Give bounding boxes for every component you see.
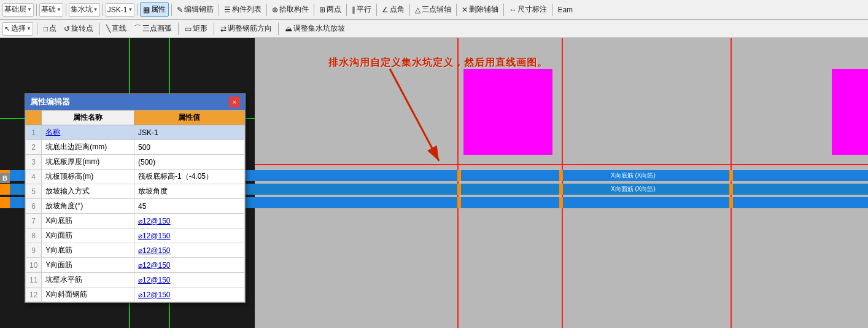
sep14	[552, 4, 552, 16]
prop-row-name-1[interactable]: 名称	[42, 125, 134, 140]
canvas-orange-3b	[559, 197, 563, 208]
toolbar-xuanzhuandian[interactable]: ↺ 旋转点	[61, 22, 96, 35]
jichu-label: 基础	[41, 4, 56, 15]
bianjijingjin-icon: ✎	[177, 6, 183, 14]
band-label-1: X向底筋 (X向筋)	[611, 171, 656, 180]
shanchufuzhou-icon: ✕	[462, 6, 468, 14]
toolbar-jichuceng[interactable]: 基础层 ▼	[2, 3, 34, 17]
svg-line-1	[390, 69, 439, 161]
property-editor-title: 属性编辑器	[30, 96, 70, 107]
toolbar-sanzhufu[interactable]: △ 三点辅轴	[413, 3, 454, 16]
prop-row-value-8[interactable]: ⌀12@150	[134, 228, 244, 243]
prop-row-num-6: 6	[26, 199, 42, 214]
toolbar-zhixian[interactable]: ╲ 直线	[104, 22, 129, 35]
toolbar-sandianhuahu[interactable]: ⌒ 三点画弧	[131, 22, 174, 35]
prop-row-name-11: 坑壁水平筋	[42, 273, 134, 287]
danjiao-icon: ∠	[382, 6, 389, 14]
toolbar-jichu[interactable]: 基础 ▼	[39, 3, 63, 17]
sep3	[103, 4, 103, 16]
toolbar-jsk1[interactable]: JSK-1 ▼	[106, 3, 135, 17]
toolbar-shuxing[interactable]: ▦ 属性	[140, 2, 169, 17]
juxing-label: 矩形	[193, 23, 207, 34]
canvas-orange-3a	[457, 197, 461, 208]
sub-sep1	[37, 23, 37, 35]
toolbar-shanchufuzhou[interactable]: ✕ 删除辅轴	[459, 3, 501, 16]
prop-row-value-3: (500)	[134, 155, 244, 170]
toolbar-dian[interactable]: □ 点	[41, 22, 59, 35]
chicunbiaozhu-label: 尺寸标注	[517, 4, 547, 15]
prop-row-name-7: X向底筋	[42, 214, 134, 228]
toolbar-pinghang[interactable]: ∥ 平行	[349, 3, 374, 16]
col-header-name: 属性名称	[42, 111, 134, 125]
canvas-orange-1b	[559, 170, 563, 181]
red-hline-1	[255, 164, 868, 165]
sub-toolbar: ↖ 选择 ▼ □ 点 ↺ 旋转点 ╲ 直线 ⌒ 三点画弧 ▭ 矩形 ⇄ 调整钢筋…	[0, 20, 868, 38]
toolbar-goujianliebiao[interactable]: ☰ 构件列表	[222, 3, 264, 16]
col-header-value: 属性值	[134, 111, 244, 125]
toolbar-jishuikeng[interactable]: 集水坑 ▼	[69, 3, 100, 17]
prop-row-name-12: X向斜面钢筋	[42, 287, 134, 302]
liangtdian-icon: ⊞	[319, 6, 325, 14]
property-row-6: 6放坡角度(°)45	[26, 199, 245, 214]
sub-sep4	[214, 23, 214, 35]
xuanzhuandian-label: 旋转点	[71, 23, 93, 34]
prop-row-value-12[interactable]: ⌀12@150	[134, 287, 244, 302]
prop-row-num-11: 11	[26, 273, 42, 287]
prop-row-name-4: 坑板顶标高(m)	[42, 170, 134, 184]
prop-row-value-4: 筏板底标高-1（-4.05）	[134, 170, 244, 184]
canvas-orange-2b	[559, 184, 563, 195]
jishuikeng-label: 集水坑	[71, 4, 93, 15]
toolbar-tiqugoujiian[interactable]: ⊕ 拾取构件	[269, 3, 311, 16]
tiqugoujiian-label: 拾取构件	[279, 4, 309, 15]
dian-icon: □	[44, 25, 48, 33]
pinghang-icon: ∥	[352, 6, 355, 14]
prop-row-value-2: 500	[134, 140, 244, 155]
prop-row-name-9: Y向底筋	[42, 243, 134, 258]
goujianliebiao-label: 构件列表	[232, 4, 262, 15]
prop-row-num-8: 8	[26, 228, 42, 243]
chicunbiaozhu-icon: ↔	[509, 6, 516, 14]
toolbar-xuanze[interactable]: ↖ 选择 ▼	[2, 22, 33, 36]
property-row-3: 3坑底板厚度(mm)(500)	[26, 155, 245, 170]
toolbar-tiaozhenggangjinfangxiang[interactable]: ⇄ 调整钢筋方向	[218, 22, 274, 35]
toolbar-liangtdian[interactable]: ⊞ 两点	[317, 3, 344, 16]
xuanzhuandian-icon: ↺	[64, 25, 70, 33]
property-editor-table: 属性名称 属性值 1名称JSK-12坑底出边距离(mm)5003坑底板厚度(mm…	[25, 110, 245, 302]
property-row-11: 11坑壁水平筋⌀12@150	[26, 273, 245, 287]
toolbar-bianjijingjin[interactable]: ✎ 编辑钢筋	[174, 3, 216, 16]
magenta-rect-2	[832, 69, 868, 155]
property-row-10: 10Y向面筋⌀12@150	[26, 258, 245, 273]
prop-row-value-10[interactable]: ⌀12@150	[134, 258, 244, 273]
property-row-1: 1名称JSK-1	[26, 125, 245, 140]
tiqugoujiian-icon: ⊕	[272, 6, 278, 14]
sep6	[219, 4, 219, 16]
jsk1-label: JSK-1	[107, 6, 128, 14]
property-editor-close-button[interactable]: ×	[229, 96, 240, 107]
zhixian-icon: ╲	[106, 25, 110, 33]
property-row-4: 4坑板顶标高(m)筏板底标高-1（-4.05）	[26, 170, 245, 184]
goujianliebiao-icon: ☰	[224, 6, 231, 14]
band-label-2: X向面筋 (X向筋)	[611, 185, 656, 193]
prop-row-value-1: JSK-1	[134, 125, 244, 140]
toolbar-juxing[interactable]: ▭ 矩形	[182, 22, 210, 35]
prop-row-num-4: 4	[26, 170, 42, 184]
property-row-8: 8X向面筋⌀12@150	[26, 228, 245, 243]
left-canvas-panel: B 属性编辑器 × 属性名称 属性值 1名称JSK-12坑底出边距离(mm)50…	[0, 38, 255, 328]
tiaozhengjisuikengfangpo-label: 调整集水坑放坡	[293, 23, 345, 34]
toolbar-eam[interactable]: Eam	[555, 4, 575, 15]
sandianhuahu-icon: ⌒	[134, 23, 141, 34]
prop-row-value-9[interactable]: ⌀12@150	[134, 243, 244, 258]
prop-row-value-7[interactable]: ⌀12@150	[134, 214, 244, 228]
toolbar-danjiao[interactable]: ∠ 点角	[379, 3, 407, 16]
toolbar-chicunbiaozhu[interactable]: ↔ 尺寸标注	[506, 3, 549, 16]
xuanze-arrow: ▼	[26, 26, 31, 31]
prop-row-num-5: 5	[26, 184, 42, 199]
prop-row-num-12: 12	[26, 287, 42, 302]
orange-seg-3	[0, 197, 10, 208]
prop-row-value-11[interactable]: ⌀12@150	[134, 273, 244, 287]
shanchufuzhou-label: 删除辅轴	[469, 4, 498, 15]
col-header-num	[26, 111, 42, 125]
sep8	[314, 4, 314, 16]
orange-seg-2	[0, 184, 10, 195]
toolbar-tiaozhengjisuikengfangpo[interactable]: ⛰ 调整集水坑放坡	[282, 22, 347, 35]
